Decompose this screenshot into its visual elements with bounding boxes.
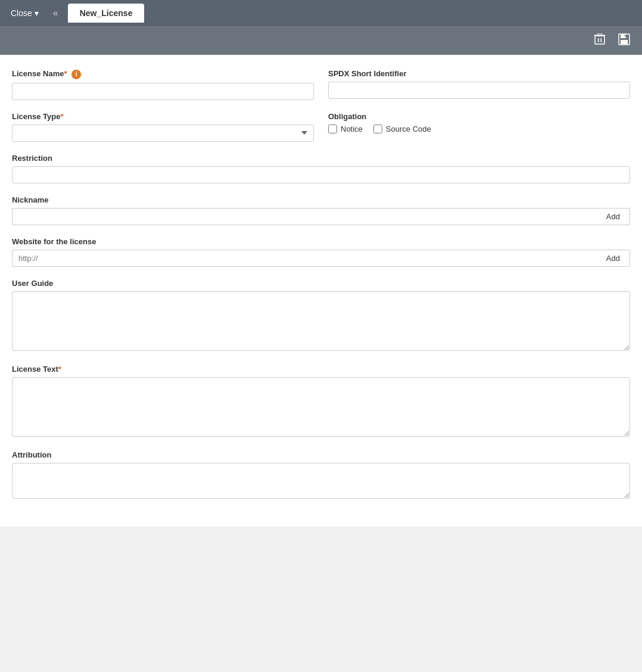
svg-rect-2 — [601, 38, 602, 42]
nickname-add-button[interactable]: Add — [597, 208, 630, 225]
delete-icon — [594, 33, 605, 48]
col-license-name: License Name* i — [12, 69, 314, 100]
row-license-name-spdx: License Name* i SPDX Short Identifier — [12, 69, 630, 100]
row-license-text: License Text* — [12, 365, 630, 438]
col-license-text: License Text* — [12, 365, 630, 438]
active-tab[interactable]: New_License — [68, 4, 145, 23]
user-guide-textarea[interactable] — [12, 291, 630, 351]
col-obligation: Obligation Notice Source Code — [328, 112, 630, 142]
license-text-label: License Text* — [12, 365, 630, 374]
obligation-label: Obligation — [328, 112, 630, 121]
row-website: Website for the license Add — [12, 237, 630, 267]
spdx-input[interactable] — [328, 82, 630, 99]
obligation-checkboxes: Notice Source Code — [328, 125, 630, 137]
col-user-guide: User Guide — [12, 279, 630, 353]
svg-rect-0 — [595, 36, 604, 44]
col-website: Website for the license Add — [12, 237, 630, 267]
restriction-input[interactable] — [12, 166, 630, 183]
row-nickname: Nickname Add — [12, 195, 630, 225]
attribution-label: Attribution — [12, 450, 630, 459]
col-restriction: Restriction — [12, 154, 630, 183]
col-spdx: SPDX Short Identifier — [328, 69, 630, 100]
source-code-checkbox[interactable] — [373, 125, 382, 133]
license-name-input[interactable] — [12, 83, 314, 100]
license-name-info-icon[interactable]: i — [71, 70, 81, 79]
website-label: Website for the license — [12, 237, 630, 246]
col-license-type: License Type* — [12, 112, 314, 142]
source-code-label: Source Code — [386, 125, 431, 133]
row-restriction: Restriction — [12, 154, 630, 183]
save-icon — [618, 33, 630, 48]
user-guide-label: User Guide — [12, 279, 630, 288]
nav-chevron-icon[interactable]: « — [49, 5, 62, 21]
top-nav: Close ▾ « New_License — [0, 0, 642, 26]
website-input[interactable] — [12, 250, 597, 267]
license-type-label: License Type* — [12, 112, 314, 121]
close-button[interactable]: Close ▾ — [6, 6, 43, 20]
attribution-textarea[interactable] — [12, 463, 630, 499]
license-type-select[interactable] — [12, 125, 314, 142]
license-name-label: License Name* i — [12, 69, 314, 79]
svg-rect-7 — [621, 40, 628, 44]
col-attribution: Attribution — [12, 450, 630, 500]
delete-button[interactable] — [591, 31, 609, 51]
form-container: License Name* i SPDX Short Identifier Li… — [0, 55, 642, 527]
save-button[interactable] — [615, 31, 634, 51]
restriction-label: Restriction — [12, 154, 630, 163]
close-label: Close — [11, 8, 32, 18]
svg-rect-4 — [598, 33, 602, 35]
nickname-input[interactable] — [12, 208, 597, 225]
website-input-row: Add — [12, 250, 630, 267]
website-add-button[interactable]: Add — [597, 250, 630, 267]
notice-checkbox-label[interactable]: Notice — [328, 125, 363, 133]
toolbar — [0, 26, 642, 55]
nickname-input-row: Add — [12, 208, 630, 225]
row-license-type-obligation: License Type* Obligation Notice Source C… — [12, 112, 630, 142]
notice-label: Notice — [341, 125, 363, 133]
source-code-checkbox-label[interactable]: Source Code — [373, 125, 431, 133]
spdx-label: SPDX Short Identifier — [328, 69, 630, 78]
col-nickname: Nickname Add — [12, 195, 630, 225]
notice-checkbox[interactable] — [328, 125, 337, 133]
row-attribution: Attribution — [12, 450, 630, 500]
nickname-label: Nickname — [12, 195, 630, 204]
row-user-guide: User Guide — [12, 279, 630, 353]
license-text-textarea[interactable] — [12, 377, 630, 437]
close-dropdown-icon: ▾ — [35, 8, 39, 18]
svg-rect-1 — [598, 38, 599, 42]
svg-rect-8 — [625, 35, 626, 37]
